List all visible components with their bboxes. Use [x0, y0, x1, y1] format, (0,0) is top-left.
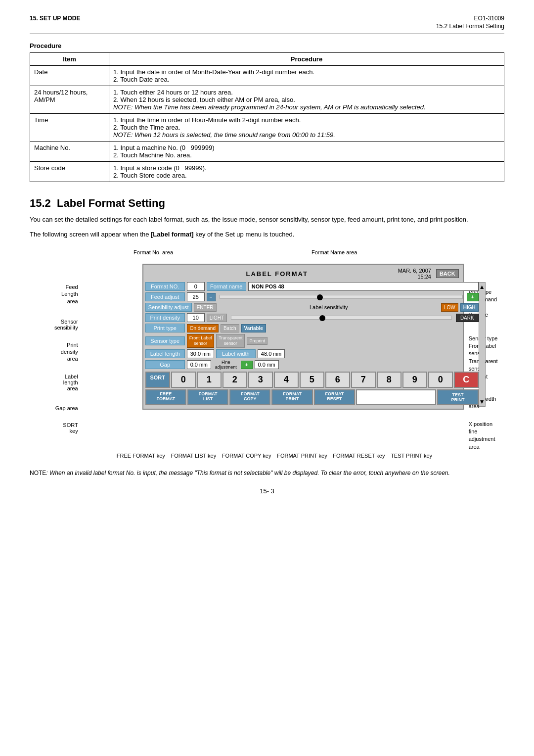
header-divider: [30, 34, 504, 34]
screen: LABEL FORMAT MAR. 6, 2007 15:24 BACK For…: [142, 264, 464, 410]
gap-value[interactable]: 0.0 mm: [187, 360, 211, 369]
light-button[interactable]: LIGHT: [207, 314, 227, 322]
test-print-button[interactable]: TESTPRINT: [437, 389, 478, 405]
label-length-label: Label length: [145, 349, 185, 358]
label-dimensions-row: Label length 30.0 mm Label width 48.0 mm: [145, 349, 479, 358]
front-label-sensor-button[interactable]: Front Labelsensor: [187, 334, 215, 348]
ann-feed-length: Feed Lengtharea: [54, 284, 78, 305]
num-0a[interactable]: 0: [171, 372, 196, 388]
label-length-value[interactable]: 30.0 mm: [187, 349, 214, 358]
print-density-label: Print density: [145, 313, 185, 322]
transparent-sensor-button[interactable]: Transparentsensor: [216, 334, 245, 348]
page-header: 15. SET UP MODE EO1-31009: [30, 15, 504, 22]
ann-x-position: X position fineadjustment area: [469, 421, 498, 451]
format-reset-key-label: FORMAT RESET key: [333, 453, 385, 459]
num-8[interactable]: 8: [377, 372, 401, 388]
function-buttons-row: FREEFORMAT FORMATLIST FORMATCOPY FORMATP…: [145, 389, 479, 405]
sensibility-label: Sensibility adjust: [145, 303, 192, 312]
print-type-label: Print type: [145, 324, 185, 332]
chapter-title: 15. SET UP MODE: [30, 15, 80, 22]
format-no-label: Format NO.: [145, 282, 185, 291]
format-reset-button[interactable]: FORMATRESET: [314, 389, 355, 405]
dark-button[interactable]: DARK: [456, 314, 479, 322]
slider-dot: [317, 294, 323, 300]
sensitivity-row: Sensibility adjust ENTER Label sensitivi…: [145, 303, 479, 312]
scroll-down-icon[interactable]: ▼: [479, 398, 485, 405]
bottom-labels: FREE FORMAT key FORMAT LIST key FORMAT C…: [114, 453, 435, 459]
num-5[interactable]: 5: [300, 372, 324, 388]
num-7[interactable]: 7: [351, 372, 376, 388]
scroll-up-icon[interactable]: ▲: [479, 284, 485, 290]
free-format-button[interactable]: FREEFORMAT: [145, 389, 186, 405]
procedure-table: Item Procedure Date 1. Input the date in…: [30, 52, 504, 182]
num-4[interactable]: 4: [274, 372, 299, 388]
item-hours: 24 hours/12 hours,AM/PM: [30, 86, 109, 114]
format-name-area-label: Format Name area: [312, 249, 357, 256]
label-sensitivity-text: Label sensitivity: [219, 304, 439, 310]
format-row: Format NO. 0 Format name NON POS 48: [145, 282, 479, 291]
feed-adjust-value[interactable]: 25: [187, 292, 205, 301]
enter-button[interactable]: ENTER: [194, 303, 217, 312]
high-button[interactable]: HIGH: [460, 303, 479, 312]
feed-slider[interactable]: [220, 295, 463, 299]
sensor-type-label: Sensor type: [145, 336, 185, 345]
num-6[interactable]: 6: [325, 372, 350, 388]
num-3[interactable]: 3: [248, 372, 273, 388]
section-title: 15.2 Label Format Setting: [30, 197, 504, 210]
num-0b[interactable]: 0: [428, 372, 453, 388]
diagram-container: Format No. area Format Name area Feed Le…: [54, 249, 480, 459]
item-date: Date: [30, 66, 109, 86]
feed-adjust-row: Feed adjust 25 − +: [145, 292, 479, 301]
col-item: Item: [30, 53, 109, 66]
clear-button[interactable]: C: [454, 372, 479, 388]
table-row: Machine No. 1. Input a machine No. (0 99…: [30, 142, 504, 162]
fine-value[interactable]: 0.0 mm: [255, 360, 279, 369]
section-subtitle: 15.2 Label Format Setting: [30, 23, 504, 30]
sort-button[interactable]: SORT: [145, 372, 170, 388]
preprint-button[interactable]: Preprint: [247, 337, 267, 345]
batch-button[interactable]: Batch: [221, 324, 239, 332]
format-list-key-label: FORMAT LIST key: [171, 453, 217, 459]
screen-inner: Format NO. 0 Format name NON POS 48 Feed…: [145, 282, 461, 407]
col-procedure: Procedure: [109, 53, 504, 66]
format-name-value[interactable]: NON POS 48: [248, 282, 479, 291]
format-no-value[interactable]: 0: [187, 282, 205, 291]
low-button[interactable]: LOW: [441, 303, 458, 312]
num-9[interactable]: 9: [402, 372, 427, 388]
procedure-store-code: 1. Input a store code (0 99999). 2. Touc…: [109, 162, 504, 182]
format-print-button[interactable]: FORMATPRINT: [271, 389, 312, 405]
procedure-time: 1. Input the time in order of Hour-Minut…: [109, 114, 504, 142]
screen-header: LABEL FORMAT MAR. 6, 2007 15:24 BACK: [145, 267, 461, 281]
ann-gap-area: Gap area: [54, 405, 78, 411]
num-2[interactable]: 2: [222, 372, 247, 388]
label-width-value[interactable]: 48.0 mm: [258, 349, 285, 358]
num-1[interactable]: 1: [197, 372, 222, 388]
density-dot: [319, 315, 325, 321]
format-print-key-label: FORMAT PRINT key: [277, 453, 327, 459]
print-type-row: Print type On demand Batch Variable: [145, 324, 479, 332]
format-copy-key-label: FORMAT COPY key: [222, 453, 271, 459]
density-slider[interactable]: [231, 316, 452, 320]
format-copy-button[interactable]: FORMATCOPY: [229, 389, 270, 405]
fine-plus-button[interactable]: +: [241, 361, 253, 369]
scrollbar[interactable]: ▲ ▼: [479, 282, 486, 407]
procedure-title: Procedure: [30, 42, 504, 49]
procedure-date: 1. Input the date in order of Month-Date…: [109, 66, 504, 86]
on-demand-button[interactable]: On demand: [187, 324, 219, 332]
print-density-value[interactable]: 10: [187, 313, 205, 322]
feed-adjust-label: Feed adjust: [145, 292, 185, 301]
ann-label-length: Label length area: [54, 374, 78, 391]
variable-button[interactable]: Variable: [241, 324, 266, 332]
back-button[interactable]: BACK: [436, 269, 459, 278]
page-number: 15- 3: [30, 487, 504, 495]
format-list-button[interactable]: FORMATLIST: [187, 389, 228, 405]
fine-adjustment-label: Fineadjustment: [215, 360, 237, 371]
doc-number: EO1-31009: [474, 15, 504, 22]
plus-button[interactable]: +: [467, 293, 479, 301]
ann-sort-key: SORT key: [54, 422, 78, 434]
procedure-hours: 1. Touch either 24 hours or 12 hours are…: [109, 86, 504, 114]
minus-button[interactable]: −: [207, 293, 216, 301]
ann-print-density: Print density area: [54, 341, 78, 363]
item-time: Time: [30, 114, 109, 142]
table-row: Time 1. Input the time in order of Hour-…: [30, 114, 504, 142]
